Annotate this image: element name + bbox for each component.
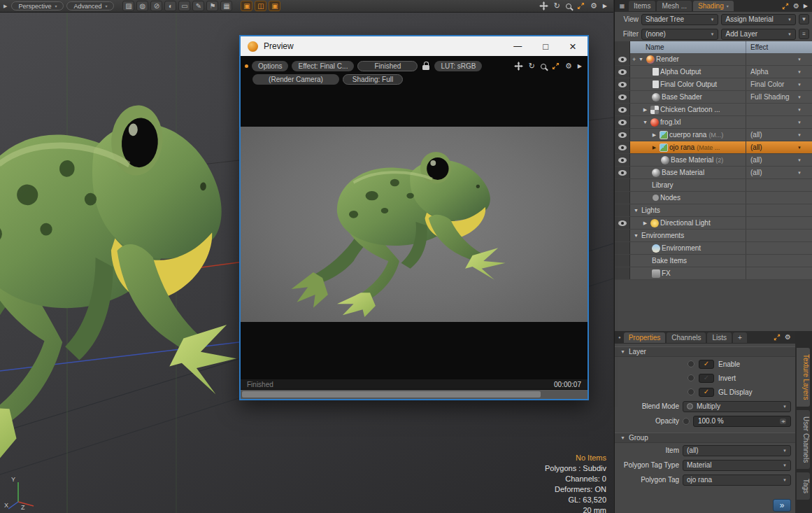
panel-arrow-icon[interactable]: ▶	[603, 3, 607, 9]
visibility-eye-toggle[interactable]	[615, 104, 630, 115]
effect-selector-button[interactable]: Effect: Final C...	[292, 61, 354, 71]
channel-circle-icon[interactable]	[683, 418, 690, 425]
effect-dropdown-icon[interactable]: ▼	[797, 133, 802, 137]
tab-mesh[interactable]: Mesh ...	[657, 1, 692, 11]
expander-closed-icon[interactable]: ▶	[641, 107, 649, 113]
panel-arrow-icon[interactable]: ▶	[804, 3, 808, 9]
slab-tool-icon[interactable]: ▭	[178, 1, 190, 11]
effect-dropdown-icon[interactable]: ▼	[797, 108, 802, 112]
effect-dropdown-icon[interactable]: ▼	[797, 171, 802, 175]
render-image[interactable]	[241, 127, 587, 322]
pan-move-icon[interactable]	[539, 1, 548, 10]
effect-dropdown-icon[interactable]: ▼	[797, 95, 802, 99]
visibility-eye-toggle[interactable]	[615, 167, 630, 178]
visibility-eye-toggle[interactable]	[615, 66, 630, 78]
item-dropdown[interactable]: (all) ▼	[683, 445, 791, 456]
group-section-header[interactable]: ▼ Group	[615, 433, 795, 443]
effect-cell[interactable]: Alpha▼	[746, 66, 812, 78]
tab-shading[interactable]: Shading ▾	[693, 1, 734, 11]
channel-circle-icon[interactable]	[688, 360, 695, 367]
effect-cell[interactable]: Final Color▼	[746, 78, 812, 90]
expand-panel-icon[interactable]	[782, 3, 789, 10]
shader-tree-row-environment[interactable]: Environment	[615, 242, 812, 255]
channel-circle-icon[interactable]	[688, 388, 695, 395]
visibility-eye-toggle[interactable]	[615, 116, 630, 128]
tab-lists[interactable]: Lists	[707, 332, 732, 343]
tab-add[interactable]: +	[733, 332, 747, 343]
shading-mode-button[interactable]: Shading: Full	[343, 74, 403, 85]
material-options-icon[interactable]: ▼	[799, 14, 809, 24]
preview-scrollbar[interactable]	[241, 390, 587, 399]
filter-dropdown[interactable]: (none) ▼	[641, 29, 718, 40]
tab-channels[interactable]: Channels	[667, 332, 706, 343]
shader-tree-row-base-material[interactable]: Base Material(all)▼	[615, 167, 812, 179]
gear-icon[interactable]: ⚙	[590, 2, 597, 10]
tab-user-channels[interactable]: User Channels	[797, 410, 810, 469]
blend-mode-dropdown[interactable]: Multiply ▼	[683, 401, 791, 412]
render-status-button[interactable]: Finished	[357, 61, 418, 71]
shader-tree-row-base-shader[interactable]: Base ShaderFull Shading▼	[615, 91, 812, 104]
render-camera-button[interactable]: (Render Camera)	[252, 74, 339, 85]
shader-tree-row-ojo-rana[interactable]: ▶ojo rana(Mate ...(all)▼	[615, 141, 812, 154]
list-options-icon[interactable]: ≡	[799, 29, 809, 39]
visibility-eye-toggle[interactable]	[615, 53, 630, 65]
more-options-button[interactable]: »	[773, 499, 791, 512]
expander-open-icon[interactable]: ▼	[632, 208, 640, 213]
name-column-header[interactable]: Name	[630, 41, 746, 53]
shader-tree-row-directional-light[interactable]: ▶Directional Light	[615, 217, 812, 230]
wireframe-sphere-icon[interactable]: ◍	[136, 1, 148, 11]
scrollbar-thumb[interactable]	[242, 391, 541, 398]
expand-panel-icon[interactable]	[577, 2, 585, 10]
maximize-button[interactable]: □	[543, 42, 548, 51]
shading-style-selector[interactable]: Advanced ▾	[66, 1, 114, 10]
expander-closed-icon[interactable]: ▶	[650, 132, 658, 138]
effect-dropdown-icon[interactable]: ▼	[797, 146, 802, 150]
view-mode-dropdown[interactable]: Shader Tree ▼	[641, 14, 718, 25]
opacity-input[interactable]: 100.0 % ◂▸	[693, 416, 791, 427]
shader-tree-row-chicken-cartoon[interactable]: ▶Chicken Cartoon ...▼	[615, 104, 812, 116]
shader-tree-row-environments[interactable]: ▼Environments	[615, 230, 812, 242]
effect-cell[interactable]: (all)▼	[746, 167, 812, 178]
render-region-icon[interactable]: ◫	[255, 1, 266, 11]
channel-circle-icon[interactable]	[688, 374, 695, 381]
effect-cell[interactable]: ▼	[746, 53, 812, 65]
lut-selector-button[interactable]: LUT: sRGB	[434, 61, 482, 71]
close-button[interactable]: ×	[569, 41, 576, 52]
gear-icon[interactable]: ⚙	[793, 3, 799, 10]
shader-tree-row-frog-lxl[interactable]: ▼frog.lxl▼	[615, 116, 812, 129]
add-layer-dropdown[interactable]: Add Layer ▼	[721, 29, 796, 40]
render-frame-icon[interactable]: ▣	[269, 1, 280, 11]
enable-checkbox[interactable]: ✓	[699, 360, 714, 369]
assign-material-dropdown[interactable]: Assign Material ▼	[721, 14, 796, 25]
options-button[interactable]: Options	[252, 61, 288, 71]
preview-window[interactable]: Preview — □ × Options Effect: Final C...…	[239, 35, 589, 400]
render-preview-icon[interactable]: ▣	[241, 1, 252, 11]
effect-dropdown-icon[interactable]: ▼	[797, 83, 802, 87]
effect-cell[interactable]: Full Shading▼	[746, 91, 812, 103]
draw-tool-icon[interactable]: ✎	[192, 1, 204, 11]
effect-cell[interactable]: (all)▼	[746, 141, 812, 153]
polygon-tag-dropdown[interactable]: ojo rana ▼	[683, 475, 791, 486]
shader-tree-row-alpha-output[interactable]: Alpha OutputAlpha▼	[615, 66, 812, 78]
mini-slider-icon[interactable]: ◂▸	[780, 419, 786, 424]
shader-tree-row-nodes[interactable]: Nodes	[615, 192, 812, 204]
effect-column-header[interactable]: Effect	[746, 41, 812, 53]
effect-dropdown-icon[interactable]: ▼	[797, 57, 802, 62]
effect-cell[interactable]: (all)▼	[746, 154, 812, 166]
shader-tree-row-cuerpo-rana[interactable]: ▶cuerpo rana(M...)(all)▼	[615, 129, 812, 141]
visibility-eye-toggle[interactable]	[615, 154, 630, 166]
gear-icon[interactable]: ⚙	[785, 334, 791, 341]
shade-mode-icon[interactable]: ◐	[164, 1, 176, 11]
effect-cell[interactable]: ▼	[746, 116, 812, 128]
visibility-eye-toggle[interactable]	[615, 141, 630, 153]
gear-icon[interactable]: ⚙	[565, 62, 572, 70]
invert-checkbox[interactable]: ✓	[699, 374, 714, 383]
preview-titlebar[interactable]: Preview — □ ×	[241, 36, 587, 56]
panel-grid-icon[interactable]: ▦	[617, 1, 627, 11]
visibility-eye-toggle[interactable]	[615, 217, 630, 229]
viewport-menu-arrow-icon[interactable]: ▶	[3, 3, 7, 9]
rotate-view-icon[interactable]: ↻	[554, 2, 560, 10]
expand-panel-icon[interactable]	[552, 62, 560, 70]
gl-display-checkbox[interactable]: ✓	[699, 388, 714, 397]
expander-closed-icon[interactable]: ▶	[650, 145, 658, 150]
